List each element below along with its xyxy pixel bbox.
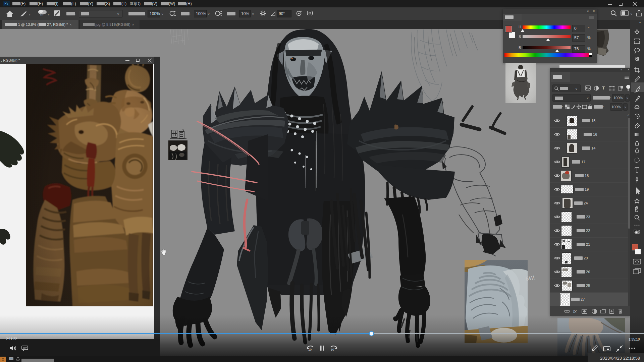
svg-text:10: 10	[308, 348, 312, 351]
svg-text:30: 30	[331, 348, 334, 351]
svg-text:6W.: 6W.	[525, 274, 536, 282]
